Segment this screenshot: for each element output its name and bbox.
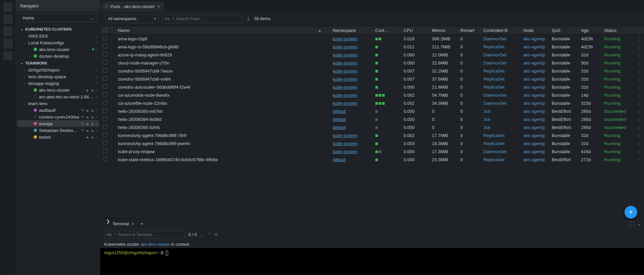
controlled-by-link[interactable]: DaemonSet	[484, 36, 507, 41]
node-link[interactable]: aks-agentp	[523, 68, 545, 74]
refresh-icon[interactable]: ↻	[81, 108, 84, 112]
namespace-link[interactable]: kube-system	[333, 141, 357, 146]
node-link[interactable]: aks-agentp	[523, 93, 545, 98]
controlled-by-link[interactable]: DaemonSet	[484, 52, 507, 57]
sidebar-item[interactable]: ›testsd▲▲›	[17, 134, 99, 140]
table-row[interactable]: ama-logs-rs-59c86846cd-g6dtbkube-system0…	[100, 43, 644, 51]
controlled-by-link[interactable]: ReplicaSet	[484, 141, 505, 146]
close-search-icon[interactable]: ✕	[214, 232, 218, 237]
table-row[interactable]: kube-proxy-nhqwwkube-system0.00017.3MiB0…	[100, 147, 644, 155]
row-checkbox[interactable]	[103, 36, 107, 40]
regex-icon[interactable]: .*	[114, 232, 116, 237]
row-checkbox[interactable]	[103, 84, 107, 89]
home-select[interactable]: Home ⌄	[19, 13, 98, 22]
col-memory[interactable]: Memor	[429, 26, 458, 35]
namespace-link[interactable]: kube-system	[333, 68, 357, 74]
node-link[interactable]: aks-agentp	[523, 141, 545, 146]
col-qos[interactable]: QoS	[549, 26, 578, 35]
rail-stub[interactable]	[3, 27, 13, 36]
controlled-by-link[interactable]: ReplicaSet	[484, 68, 505, 74]
terminal-search[interactable]: Aa .*	[104, 231, 185, 239]
sidebar-item[interactable]: ⌄team-lens›	[17, 100, 99, 107]
chevron-down-icon[interactable]: ⌄	[638, 221, 641, 226]
rail-stub[interactable]	[3, 51, 13, 60]
col-namespace[interactable]: Namespace	[330, 26, 373, 35]
namespace-link[interactable]: default	[333, 109, 346, 114]
refresh-icon[interactable]: ↻	[81, 128, 84, 133]
row-menu[interactable]: ⋮	[633, 99, 644, 107]
sidebar-item[interactable]: ⌄lensapp-staging›	[17, 80, 99, 87]
row-menu[interactable]: ⋮	[633, 83, 644, 91]
namespace-link[interactable]: kube-system	[333, 52, 357, 57]
table-row[interactable]: kube-state-metrics-1698040740-6c64c6798c…	[100, 155, 644, 164]
table-row[interactable]: coredns-5b56947cb6-vv6rkkube-system0.007…	[100, 75, 644, 83]
namespace-link[interactable]: kube-system	[333, 44, 357, 49]
search-input-wrap[interactable]: Aa .*	[162, 14, 243, 23]
col-containers[interactable]: Cont…	[373, 26, 401, 35]
row-menu[interactable]: ⋮	[633, 155, 644, 164]
col-age[interactable]: Age	[578, 26, 602, 35]
row-checkbox[interactable]	[103, 141, 107, 145]
controlled-by-link[interactable]: ReplicaSet	[484, 85, 505, 90]
search-input[interactable]	[176, 16, 240, 21]
row-checkbox[interactable]	[103, 44, 107, 48]
namespace-link[interactable]: default	[333, 117, 346, 122]
node-link[interactable]: aks-agentp	[523, 157, 545, 162]
table-row[interactable]: hello-28306393-m67khdefault0.00000Jobaks…	[100, 107, 644, 115]
col-checkbox[interactable]	[100, 26, 115, 35]
node-link[interactable]: aks-agentp	[523, 85, 545, 90]
node-link[interactable]: aks-agentp	[523, 109, 545, 114]
context-cluster-link[interactable]: aks-lens-cluster	[141, 242, 170, 247]
expand-icon[interactable]: ⛶	[630, 221, 634, 226]
tab-pods[interactable]: Pods - aks-lens-cluster ✕	[102, 1, 164, 11]
add-fab[interactable]: +	[624, 206, 637, 219]
download-icon[interactable]: ⭳	[246, 16, 251, 21]
sidebar-item[interactable]: ⌄lens-desktop-space›	[17, 73, 99, 80]
row-checkbox[interactable]	[103, 157, 107, 161]
node-link[interactable]: aks-agentp	[523, 133, 545, 138]
row-checkbox[interactable]	[103, 52, 107, 56]
controlled-by-link[interactable]: ReplicaSet	[484, 44, 505, 49]
row-menu[interactable]: ⋮	[633, 147, 644, 155]
row-menu[interactable]: ⋮	[633, 43, 644, 51]
row-checkbox[interactable]	[103, 133, 107, 137]
close-icon[interactable]: ✕	[157, 4, 160, 9]
row-menu[interactable]: ⋮	[633, 107, 644, 115]
row-menu[interactable]: ⋮	[633, 115, 644, 123]
table-row[interactable]: coredns-autoscaler-56dbddf6f4-f2w4rkube-…	[100, 83, 644, 91]
sidebar-item[interactable]: ⌄dzhigzhitzhapov›	[17, 66, 99, 73]
regex-icon[interactable]: .*	[172, 16, 174, 21]
col-controlled[interactable]: Controlled B	[481, 26, 521, 35]
sidebar-item[interactable]: ›asdfasdf↻▲▲›	[17, 107, 99, 113]
row-menu[interactable]: ⋮	[633, 75, 644, 83]
namespace-link[interactable]: default	[333, 157, 346, 162]
node-link[interactable]: aks-agentp	[523, 117, 545, 122]
terminal-add[interactable]: +	[139, 221, 145, 227]
table-row[interactable]: cloud-node-manager-j7r5nkube-system0.000…	[100, 59, 644, 67]
namespace-select[interactable]: All namespaces ▾	[105, 14, 159, 23]
row-checkbox[interactable]	[103, 68, 107, 73]
chevron-down-icon[interactable]: ⌄	[200, 232, 204, 237]
row-checkbox[interactable]	[103, 125, 107, 129]
refresh-icon[interactable]: ↻	[81, 115, 84, 119]
row-checkbox[interactable]	[103, 149, 107, 153]
sidebar-item[interactable]: ›aks-lens-cluster›	[17, 46, 99, 53]
row-menu[interactable]: ⋮	[633, 131, 644, 139]
teamwork-header[interactable]: ⌄TEAMWORK	[17, 59, 99, 66]
node-link[interactable]: aks-agentp	[523, 101, 545, 106]
row-menu[interactable]: ⋮	[633, 123, 644, 131]
sidebar-item[interactable]: ›arn:aws:eks:eu-west-1:8413107254…›	[17, 93, 99, 100]
sidebar-item[interactable]: ›AWS EKS›	[17, 33, 99, 39]
close-icon[interactable]: ✕	[131, 221, 135, 226]
row-menu[interactable]: ⋮	[633, 139, 644, 147]
namespace-link[interactable]: kube-system	[333, 60, 357, 65]
controlled-by-link[interactable]: ReplicaSet	[484, 133, 505, 138]
col-node[interactable]: Node	[521, 26, 549, 35]
col-status[interactable]: Status	[601, 26, 633, 35]
sidebar-item[interactable]: ›context-cyvev243rka↻▲▲›	[17, 113, 99, 120]
controlled-by-link[interactable]: Job	[484, 109, 491, 114]
table-row[interactable]: coredns-5b56947cb6-7wssvkube-system0.007…	[100, 67, 644, 75]
row-checkbox[interactable]	[103, 100, 107, 105]
namespace-link[interactable]: kube-system	[333, 101, 357, 106]
namespace-link[interactable]: kube-system	[333, 149, 357, 154]
